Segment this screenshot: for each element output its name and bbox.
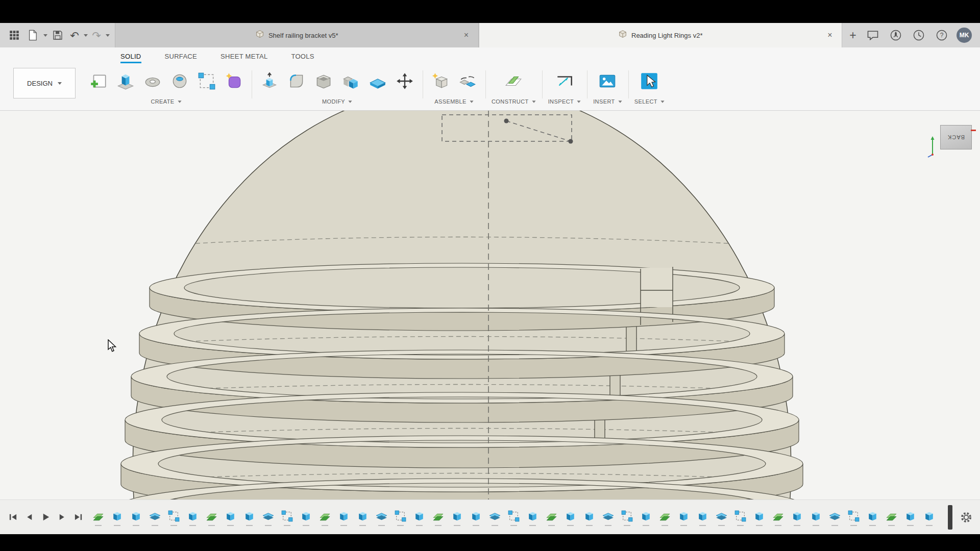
shell-icon[interactable] <box>312 69 335 93</box>
timeline-feature-extrude[interactable] <box>470 510 482 522</box>
step-back-icon[interactable] <box>21 510 37 525</box>
timeline-feature-sketch[interactable] <box>205 510 218 522</box>
step-forward-icon[interactable] <box>54 510 69 525</box>
timeline-feature-offset[interactable] <box>828 510 841 522</box>
insert-canvas-icon[interactable] <box>596 69 619 93</box>
timeline-feature-offset[interactable] <box>262 510 275 522</box>
document-tab-shelf-railing-bracket[interactable]: Shelf railing bracket v5* × <box>115 23 479 47</box>
timeline-feature-pattern[interactable] <box>394 510 407 522</box>
hole-icon[interactable] <box>168 69 191 93</box>
timeline-feature-extrude[interactable] <box>923 510 936 522</box>
skip-to-start-icon[interactable] <box>5 510 20 525</box>
select-dropdown[interactable]: SELECT <box>634 98 665 105</box>
timeline-feature-pattern[interactable] <box>734 510 747 522</box>
timeline-settings-gear-icon[interactable] <box>958 509 975 526</box>
timeline-feature-sketch[interactable] <box>772 510 785 522</box>
construct-dropdown[interactable]: CONSTRUCT <box>492 98 536 105</box>
timeline-feature-extrude[interactable] <box>866 510 879 522</box>
fillet-icon[interactable] <box>285 69 308 93</box>
close-tab-icon[interactable]: × <box>461 31 472 40</box>
timeline-feature-offset[interactable] <box>715 510 728 522</box>
pattern-icon[interactable] <box>195 69 218 93</box>
timeline-feature-extrude[interactable] <box>696 510 709 522</box>
new-component-icon[interactable] <box>429 69 452 93</box>
move-copy-icon[interactable] <box>393 69 416 93</box>
timeline-feature-extrude[interactable] <box>583 510 596 522</box>
viewcube-face[interactable]: BACK <box>940 125 972 149</box>
timeline-feature-extrude[interactable] <box>753 510 766 522</box>
timeline-feature-offset[interactable] <box>375 510 388 522</box>
redo-icon[interactable]: ↷ <box>90 30 103 41</box>
press-pull-icon[interactable] <box>258 69 281 93</box>
skip-to-end-icon[interactable] <box>70 510 86 525</box>
user-avatar[interactable]: MK <box>957 28 972 43</box>
timeline-scrubber-handle[interactable] <box>948 505 952 530</box>
close-tab-icon[interactable]: × <box>825 31 835 40</box>
file-menu-caret-icon[interactable] <box>43 34 47 37</box>
timeline-feature-extrude[interactable] <box>111 510 124 522</box>
job-status-clock-icon[interactable] <box>911 27 927 43</box>
timeline-feature-offset[interactable] <box>488 510 501 522</box>
timeline-feature-extrude[interactable] <box>677 510 690 522</box>
modify-dropdown[interactable]: MODIFY <box>322 98 352 105</box>
create-sketch-icon[interactable] <box>87 69 110 93</box>
select-tool-icon[interactable] <box>638 69 661 93</box>
joint-icon[interactable] <box>456 69 479 93</box>
play-icon[interactable] <box>38 510 53 525</box>
timeline-feature-extrude[interactable] <box>356 510 369 522</box>
redo-caret-icon[interactable] <box>106 34 110 37</box>
timeline-feature-sketch[interactable] <box>885 510 898 522</box>
new-tab-button[interactable]: + <box>842 23 864 47</box>
timeline-feature-pattern[interactable] <box>847 510 860 522</box>
tab-tools[interactable]: TOOLS <box>291 53 314 63</box>
timeline-feature-extrude[interactable] <box>130 510 142 522</box>
assemble-dropdown[interactable]: ASSEMBLE <box>434 98 474 105</box>
undo-icon[interactable]: ↶ <box>68 30 81 41</box>
construction-plane-icon[interactable] <box>502 69 525 93</box>
help-icon[interactable]: ? <box>934 27 950 43</box>
combine-icon[interactable] <box>339 69 362 93</box>
timeline-feature-offset[interactable] <box>602 510 615 522</box>
extensions-rocket-icon[interactable] <box>888 27 904 43</box>
timeline-feature-extrude[interactable] <box>243 510 256 522</box>
inspect-dropdown[interactable]: INSPECT <box>548 98 581 105</box>
timeline-feature-extrude[interactable] <box>526 510 539 522</box>
timeline-feature-pattern[interactable] <box>507 510 520 522</box>
save-icon[interactable] <box>50 27 66 43</box>
timeline-feature-extrude[interactable] <box>186 510 199 522</box>
tab-sheet-metal[interactable]: SHEET METAL <box>220 53 267 63</box>
measure-icon[interactable] <box>553 69 576 93</box>
timeline-feature-extrude[interactable] <box>224 510 237 522</box>
timeline-feature-sketch[interactable] <box>658 510 671 522</box>
timeline-feature-extrude[interactable] <box>791 510 803 522</box>
undo-caret-icon[interactable] <box>84 34 88 37</box>
tab-solid[interactable]: SOLID <box>120 53 141 63</box>
timeline-feature-extrude[interactable] <box>337 510 350 522</box>
timeline-feature-extrude[interactable] <box>640 510 652 522</box>
create-form-icon[interactable] <box>222 69 246 93</box>
timeline-feature-sketch[interactable] <box>92 510 105 522</box>
viewport-canvas[interactable]: BACK <box>0 111 980 499</box>
timeline-feature-pattern[interactable] <box>167 510 180 522</box>
file-menu-icon[interactable] <box>24 27 41 43</box>
timeline-feature-extrude[interactable] <box>451 510 463 522</box>
insert-dropdown[interactable]: INSERT <box>593 98 622 105</box>
timeline-feature-pattern[interactable] <box>281 510 293 522</box>
create-dropdown[interactable]: CREATE <box>151 98 181 105</box>
offset-face-icon[interactable] <box>366 69 389 93</box>
viewcube[interactable]: BACK <box>926 125 972 158</box>
timeline-feature-offset[interactable] <box>149 510 161 522</box>
tab-surface[interactable]: SURFACE <box>165 53 198 63</box>
revolve-icon[interactable] <box>141 69 164 93</box>
timeline-feature-pattern[interactable] <box>621 510 633 522</box>
timeline-feature-sketch[interactable] <box>432 510 445 522</box>
timeline-feature-extrude[interactable] <box>810 510 822 522</box>
extrude-icon[interactable] <box>114 69 137 93</box>
timeline-feature-sketch[interactable] <box>318 510 331 522</box>
timeline-feature-extrude[interactable] <box>904 510 917 522</box>
timeline-feature-extrude[interactable] <box>413 510 426 522</box>
app-grid-icon[interactable] <box>6 27 22 43</box>
timeline-feature-sketch[interactable] <box>545 510 558 522</box>
workspace-selector[interactable]: DESIGN <box>13 68 76 98</box>
timeline-feature-extrude[interactable] <box>564 510 577 522</box>
